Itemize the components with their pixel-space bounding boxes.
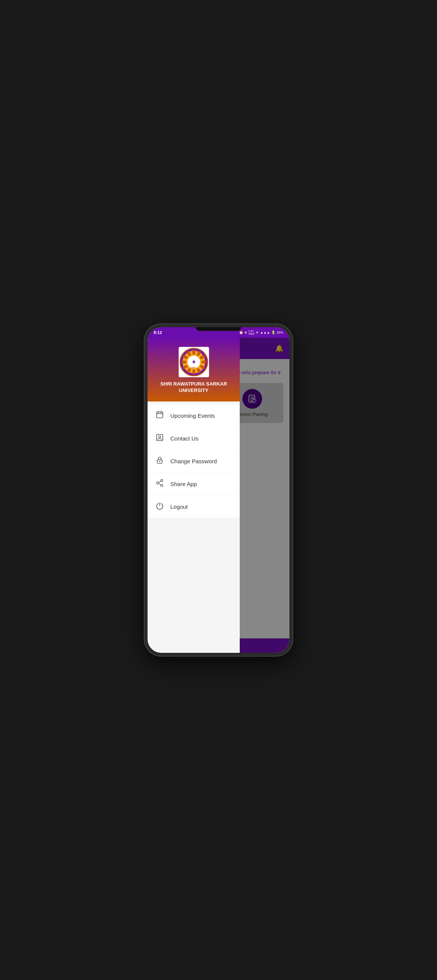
battery-icon: 🔋 [271,331,275,334]
drawer-item-contact[interactable]: Contact Us [148,427,240,450]
data-speed: 0.37KB/S [249,330,255,335]
svg-point-31 [159,436,161,438]
drawer-overlay: ✦ SRU SHRI RAWATPURA SARKAR UNIVERSITY [148,338,289,653]
power-icon [155,501,164,512]
svg-text:SRU: SRU [191,366,196,369]
svg-rect-26 [157,412,163,418]
status-icons: ⏰ ⊕ 0.37KB/S ≋ ▲▲▲ 🔋 26% [239,330,283,335]
sru-logo-svg: ✦ SRU [179,348,208,377]
svg-point-35 [157,482,159,484]
share-label: Share App [170,481,197,487]
phone-frame: 8:12 ⏰ ⊕ 0.37KB/S ≋ ▲▲▲ 🔋 26% ☰ ARKAR U.… [145,324,292,656]
lock-icon [155,456,164,466]
contact-icon [155,433,164,444]
svg-point-19 [181,361,187,364]
svg-text:✦: ✦ [191,360,196,365]
notch [196,327,241,331]
wifi-icon: ≋ [256,331,259,334]
change-password-label: Change Password [170,458,217,465]
drawer-menu: Upcoming Events Contact Us [148,401,240,653]
svg-point-13 [201,361,206,364]
share-icon [155,479,164,489]
svg-point-10 [192,350,195,355]
drawer-item-upcoming-events[interactable]: Upcoming Events [148,404,240,427]
drawer-item-share[interactable]: Share App [148,473,240,495]
status-time: 8:12 [154,330,162,335]
calendar-icon [155,410,164,421]
university-logo: ✦ SRU [179,347,209,377]
alarm-icon: ⏰ [239,331,243,334]
drawer-item-change-password[interactable]: Change Password [148,450,240,473]
signal-icon: ▲▲▲ [260,331,270,334]
svg-point-33 [159,461,161,462]
bluetooth-icon: ⊕ [244,331,247,334]
upcoming-events-label: Upcoming Events [170,412,215,419]
contact-label: Contact Us [170,435,198,442]
drawer-header: ✦ SRU SHRI RAWATPURA SARKAR UNIVERSITY [148,338,240,401]
logout-label: Logout [170,503,188,510]
svg-line-37 [159,481,161,483]
screen: 8:12 ⏰ ⊕ 0.37KB/S ≋ ▲▲▲ 🔋 26% ☰ ARKAR U.… [148,327,289,653]
university-name: SHRI RAWATPURA SARKAR UNIVERSITY [154,381,234,394]
svg-point-36 [161,484,163,487]
navigation-drawer: ✦ SRU SHRI RAWATPURA SARKAR UNIVERSITY [148,338,240,653]
drawer-scrim[interactable] [240,338,289,653]
svg-line-38 [159,484,161,485]
drawer-item-logout[interactable]: Logout [148,495,240,518]
battery-percent: 26% [276,331,283,334]
svg-point-34 [161,480,163,482]
svg-point-16 [192,369,195,375]
